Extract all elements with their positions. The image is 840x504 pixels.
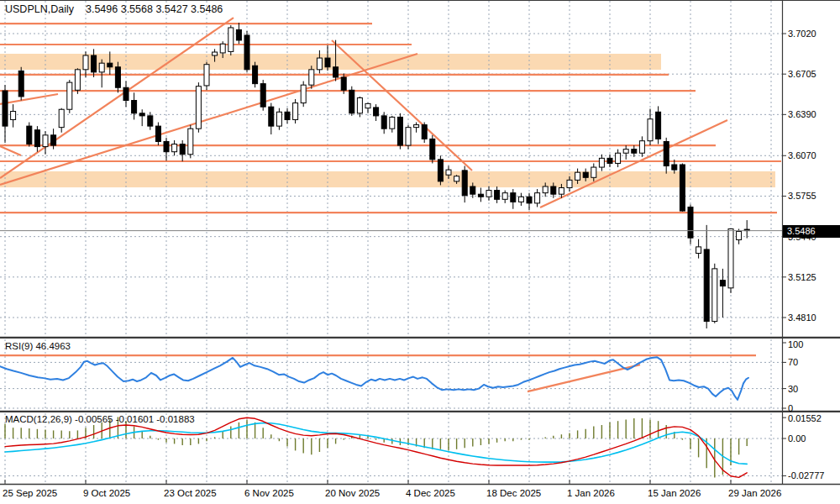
rsi-axis-label: 30: [788, 384, 798, 394]
trendline: [0, 94, 58, 104]
candle: [132, 101, 137, 113]
candle: [728, 228, 733, 287]
candle: [623, 150, 628, 154]
candle: [349, 90, 354, 113]
symbol-period-label: USDPLN,Daily: [5, 3, 74, 15]
price-axis-label: 3.5125: [788, 272, 816, 282]
macd-axis-label: 0.00: [788, 433, 806, 444]
price-axis-label: 3.7020: [788, 29, 816, 39]
rsi-axis-label: 100: [788, 339, 803, 349]
candle: [213, 52, 218, 55]
candle: [115, 67, 120, 87]
rsi-indicator-label: RSI(9) 46.4963: [5, 341, 71, 351]
rsi-trendline: [528, 365, 640, 391]
candle: [196, 87, 201, 129]
candle: [422, 125, 427, 139]
price-axis-label: 3.4810: [788, 312, 816, 323]
time-axis-label: 18 Dec 2025: [486, 488, 541, 498]
time-axis-label: 4 Dec 2025: [406, 488, 455, 498]
candle: [67, 82, 72, 109]
candle: [365, 103, 370, 108]
chart-title: USDPLN,Daily3.5496 3.5568 3.5427 3.5486: [5, 4, 223, 14]
candle: [357, 97, 362, 113]
candle: [414, 125, 419, 128]
candle: [486, 191, 491, 197]
trendline: [0, 146, 21, 155]
candle: [518, 197, 523, 202]
candle: [737, 232, 742, 240]
candle: [341, 77, 346, 90]
price-axis-label: 3.5755: [788, 191, 816, 201]
candle: [446, 170, 451, 175]
candle: [430, 139, 435, 159]
candle: [75, 70, 80, 90]
candle: [333, 67, 339, 77]
time-axis-label: 15 Jan 2026: [648, 488, 701, 498]
candle: [155, 126, 160, 141]
candle: [180, 144, 185, 155]
rsi-line: [0, 357, 748, 400]
candle: [599, 158, 604, 167]
candle: [317, 58, 322, 70]
candle: [253, 66, 258, 83]
trendline: [540, 120, 727, 207]
candle: [454, 176, 459, 181]
candle: [244, 35, 249, 70]
candle: [99, 63, 104, 72]
candle: [293, 103, 298, 120]
candle: [123, 87, 129, 100]
candle: [397, 117, 402, 145]
price-axis-label: 3.6070: [788, 150, 816, 160]
candle: [108, 63, 113, 67]
candle: [269, 107, 274, 126]
current-price-value: 3.5486: [787, 226, 816, 236]
candle: [309, 70, 314, 85]
ohlc-values: 3.5496 3.5568 3.5427 3.5486: [86, 3, 223, 15]
candle: [381, 116, 386, 129]
candle: [438, 160, 443, 181]
candle: [34, 130, 39, 147]
candle: [696, 247, 701, 254]
candle: [462, 171, 467, 196]
candle: [688, 207, 693, 238]
candle: [276, 112, 281, 126]
candle: [285, 112, 290, 119]
macd-main-line: [5, 417, 747, 477]
macd-axis-label: -0.02777: [788, 470, 824, 480]
candle: [495, 191, 500, 200]
candle: [591, 167, 596, 177]
candle: [325, 58, 330, 67]
candle: [639, 141, 644, 154]
candle: [551, 186, 556, 194]
current-price-badge: 3.5486: [783, 225, 840, 238]
time-axis-label: 20 Nov 2025: [325, 488, 380, 498]
candle: [51, 135, 56, 145]
time-axis-label: 9 Oct 2025: [83, 488, 130, 498]
candle: [502, 193, 507, 200]
candle: [559, 188, 564, 195]
macd-axis-label: 0.01552: [788, 413, 822, 423]
time-axis-label: 23 Oct 2025: [164, 488, 217, 498]
candle: [680, 165, 685, 211]
time-axis-label: 25 Sep 2025: [3, 488, 57, 498]
candle: [204, 65, 209, 86]
candle: [543, 186, 548, 193]
candle: [236, 29, 241, 40]
candle: [607, 158, 612, 163]
candle: [648, 119, 653, 141]
candle: [656, 112, 661, 139]
candle: [672, 165, 677, 170]
chart-canvas[interactable]: [0, 0, 840, 504]
candle: [11, 112, 16, 120]
candle: [712, 269, 717, 322]
rsi-panel-graphics: [0, 355, 782, 408]
candle: [139, 113, 144, 116]
trading-chart-window: USDPLN,Daily3.5496 3.5568 3.5427 3.5486 …: [0, 0, 840, 504]
candle: [478, 194, 483, 197]
candle: [632, 150, 637, 154]
rsi-axis-label: 0: [788, 403, 793, 413]
candle: [172, 144, 177, 152]
time-axis-label: 29 Jan 2026: [728, 488, 781, 498]
candle: [228, 28, 234, 51]
candle: [188, 129, 193, 155]
